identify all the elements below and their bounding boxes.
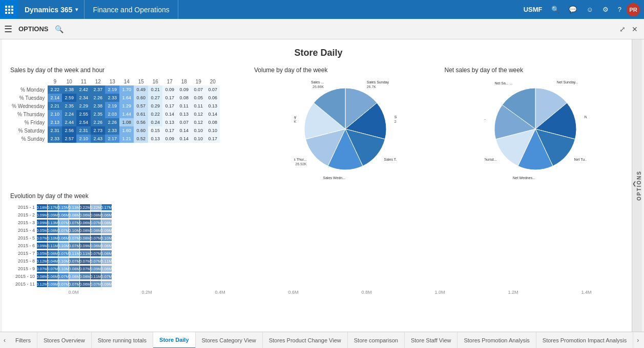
bar-segment: 0.07M [69, 220, 79, 226]
bar-segment: 0.07M [58, 273, 69, 279]
bar-segment: 0.13M [69, 204, 79, 210]
svg-rect-1 [8, 6, 10, 8]
bar-segment: 0.07M [69, 243, 79, 249]
bar-segment: 0.07M [101, 273, 112, 279]
bar-segment: 0.08M [37, 273, 47, 279]
heatmap-title: Sales by day of the week and hour [10, 67, 246, 74]
svg-rect-5 [11, 9, 13, 11]
bar-segment: 0.06M [58, 235, 69, 241]
bar-segment: 0.10M [69, 227, 79, 233]
heatmap-section: Sales by day of the week and hour 910111… [10, 67, 246, 180]
bar-segment: 0.07M [91, 258, 101, 264]
filters-sidebar[interactable]: ❮ OPTIONS [632, 39, 642, 332]
toolbar: ☰ OPTIONS 🔍 ⤢ ✕ [0, 19, 644, 39]
bottom-tabs: ‹ FiltersStores OverviewStore running to… [0, 332, 644, 348]
tab-item-store-daily[interactable]: Store Daily [153, 332, 195, 349]
bar-row: 2015 - 100.08M0.06M0.07M0.08M0.08M0.11M0… [10, 273, 627, 280]
bar-segment: 0.09M [101, 281, 112, 287]
options-label[interactable]: OPTIONS [18, 25, 49, 33]
bar-segment: 0.09M [80, 243, 90, 249]
close-icon[interactable]: ✕ [630, 23, 640, 35]
bar-segment: 0.09M [48, 281, 58, 287]
svg-rect-7 [8, 12, 10, 14]
svg-text:Net Friday...: Net Friday... [484, 117, 486, 121]
bar-segment: 0.06M [101, 266, 112, 272]
bar-segment: 0.10M [58, 266, 69, 272]
volume-pie-title: Volume by day of the week [254, 67, 327, 74]
bar-row: 2015 - 10.18M0.17M0.15M0.13M0.22M0.22M0.… [10, 204, 627, 211]
svg-text:Net Sa... ...: Net Sa... ... [495, 81, 513, 85]
company-selector[interactable]: USMF [520, 0, 547, 19]
bar-segment: 0.07M [91, 220, 101, 226]
bar-row: 2015 - 80.12M0.04M0.10M0.07M0.07M0.07M0.… [10, 257, 627, 265]
bar-segment: 0.07M [69, 235, 79, 241]
bar-segment: 0.09M [37, 212, 47, 218]
bar-segment: 0.10M [58, 243, 69, 249]
tab-item-stores-category-view[interactable]: Stores Category View [196, 332, 263, 349]
bar-segment: 0.06M [80, 220, 90, 226]
bar-segment: 0.06M [101, 212, 112, 218]
bar-row: 2015 - 60.09M0.11M0.10M0.07M0.09M0.06M0.… [10, 242, 627, 249]
heatmap-table: 91011121314151617181920% Monday2.222.382… [10, 78, 220, 143]
tab-right-arrow[interactable]: › [633, 332, 642, 349]
smile-icon[interactable]: ☺ [582, 0, 597, 19]
evolution-title: Evolution by day of the week [10, 192, 627, 200]
bar-segment: 0.07M [58, 281, 69, 287]
bar-segment: 0.06M [80, 281, 90, 287]
svg-rect-0 [5, 6, 7, 8]
bar-segment: 0.12M [37, 258, 47, 264]
expand-icon[interactable]: ⤢ [617, 23, 628, 35]
tab-item-filters[interactable]: Filters [9, 332, 37, 349]
user-avatar[interactable]: PR [627, 3, 640, 16]
grid-icon[interactable] [0, 0, 18, 19]
bar-segment: 0.07M [69, 258, 79, 264]
bar-segment: 0.08M [69, 212, 79, 218]
help-icon[interactable]: ? [614, 0, 626, 19]
tab-item-store-staff-view[interactable]: Store Staff View [405, 332, 458, 349]
evolution-section: Evolution by day of the week 2015 - 10.1… [10, 192, 627, 295]
bar-segment: 0.06M [91, 243, 101, 249]
tab-item-stores-promotion-analysis[interactable]: Stores Promotion Analysis [458, 332, 536, 349]
filters-chevron-icon: ❮ [632, 181, 636, 186]
svg-text:Sales Sunday: Sales Sunday [366, 80, 389, 84]
tab-item-stores-product-change-view[interactable]: Stores Product Change View [263, 332, 348, 349]
bar-segment: 0.10M [58, 258, 69, 264]
bar-segment: 0.07M [80, 258, 90, 264]
bar-segment: 0.08M [101, 250, 112, 256]
main-content: ❮ OPTIONS Store Daily Sales by day of th… [2, 39, 642, 332]
bar-segment: 0.08M [101, 220, 112, 226]
tab-item-store-running-totals[interactable]: Store running totals [92, 332, 153, 349]
bar-segment: 0.07M [80, 266, 90, 272]
svg-text:Net Wednes...: Net Wednes... [513, 176, 535, 180]
bar-segment: 0.11M [101, 258, 112, 264]
tab-left-arrow[interactable]: ‹ [0, 332, 9, 349]
dynamics-nav[interactable]: Dynamics 365 ▾ [18, 0, 85, 19]
svg-rect-6 [5, 12, 7, 14]
bar-segment: 0.10M [48, 235, 58, 241]
toolbar-search-icon[interactable]: 🔍 [55, 25, 64, 33]
search-nav-icon[interactable]: 🔍 [547, 0, 564, 19]
svg-text:Net Monday...: Net Monday... [585, 115, 587, 119]
bar-segment: 0.06M [80, 212, 90, 218]
volume-pie-chart: Sales Sunday26.7KSales Monday25.88KSales… [294, 78, 397, 180]
svg-rect-2 [11, 6, 13, 8]
settings-icon[interactable]: ⚙ [598, 0, 613, 19]
evolution-bar-chart: 2015 - 10.18M0.17M0.15M0.13M0.22M0.22M0.… [10, 204, 627, 288]
bar-row: 2015 - 30.09M0.13M0.07M0.07M0.06M0.07M0.… [10, 219, 627, 226]
svg-text:26.92K: 26.92K [295, 162, 307, 166]
hamburger-menu[interactable]: ☰ [4, 24, 12, 35]
message-icon[interactable]: 💬 [565, 0, 581, 19]
bar-segment: 0.15M [58, 204, 69, 210]
bar-segment: 0.07M [58, 220, 69, 226]
app-name: Finance and Operations [85, 0, 178, 19]
tab-item-stores-overview[interactable]: Stores Overview [37, 332, 92, 349]
bar-segment: 0.08M [48, 250, 58, 256]
bar-segment: 0.06M [101, 243, 112, 249]
svg-text:Sales Friday: Sales Friday [294, 115, 297, 119]
bar-segment: 0.07M [91, 281, 101, 287]
tab-item-store-comparison[interactable]: Store comparison [348, 332, 405, 349]
svg-text:Sales ...: Sales ... [311, 80, 324, 84]
tab-item-stores-promotion-impact-analysis[interactable]: Stores Promotion Impact Analysis [536, 332, 633, 349]
filters-label: OPTIONS [636, 170, 642, 201]
bar-segment: 0.07M [48, 266, 58, 272]
